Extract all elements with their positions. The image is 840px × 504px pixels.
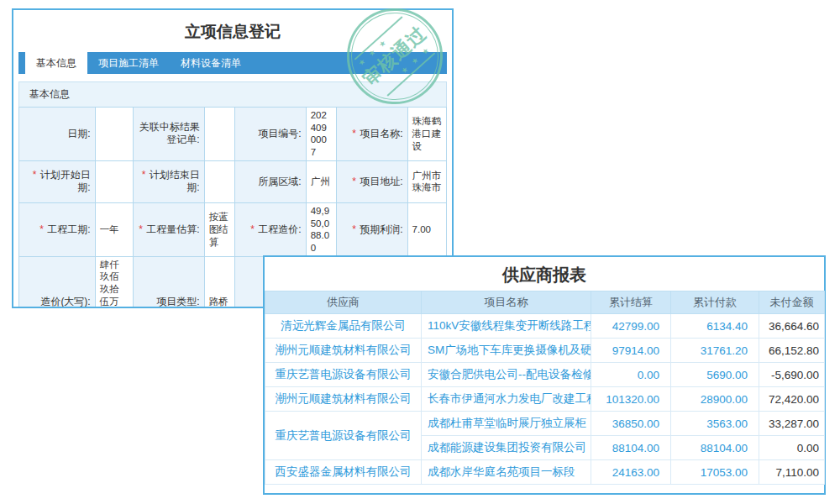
paid-amount[interactable]: 31761.20 [671, 339, 759, 363]
field-label: 造价(大写): [19, 256, 96, 308]
field-label: 日期: [19, 108, 96, 161]
field-value[interactable]: 按蓝图结算 [204, 202, 234, 256]
field-value[interactable] [204, 160, 234, 202]
field-value[interactable]: 广州市珠海市 [407, 160, 446, 202]
supplier-name-link[interactable]: 潮州元顺建筑材料有限公司 [265, 339, 422, 363]
settled-amount[interactable]: 97914.00 [591, 339, 671, 363]
supplier-name-link[interactable]: 西安盛器金属材料有限公司 [265, 460, 422, 485]
supplier-name-link[interactable]: 重庆艺普电源设备有限公司 [265, 412, 422, 460]
form-row: * 工程工期:一年* 工程量估算:按蓝图结算* 工程造价:49,950,088.… [19, 202, 447, 256]
settled-amount[interactable]: 88104.00 [591, 436, 671, 460]
column-header-项目名称: 项目名称 [422, 291, 591, 314]
unpaid-amount: 7,110.00 [759, 460, 825, 485]
unpaid-amount: 36,664.60 [759, 314, 825, 339]
settled-amount[interactable]: 24163.00 [591, 460, 671, 485]
field-label: * 计划开始日期: [19, 160, 96, 202]
registration-panel-title: 立项信息登记 [18, 15, 447, 52]
supplier-table-row: 清远光辉金属品有限公司110kV安徽线程集变开断线路工程42799.006134… [265, 314, 825, 339]
supplier-report-table: 供应商项目名称累计结算累计付款未付金额 清远光辉金属品有限公司110kV安徽线程… [265, 291, 825, 485]
tab-材料设备清单[interactable]: 材料设备清单 [170, 52, 252, 74]
tab-项目施工清单[interactable]: 项目施工清单 [87, 52, 170, 74]
supplier-table-row: 西安盛器金属材料有限公司成都水岸华庭名苑项目一标段24163.0017053.0… [265, 460, 825, 485]
field-value[interactable]: 7.00 [407, 202, 446, 256]
unpaid-amount: -5,690.00 [759, 363, 825, 387]
field-value[interactable] [204, 108, 234, 161]
unpaid-amount: 72,420.00 [759, 387, 825, 412]
settled-amount[interactable]: 101320.00 [591, 387, 671, 412]
field-value[interactable]: 珠海鹤港口建设 [407, 108, 446, 161]
field-label: * 工程工期: [19, 202, 96, 256]
supplier-table-row: 重庆艺普电源设备有限公司成都杜甫草堂临时展厅独立展柜36850.003563.0… [265, 412, 825, 436]
registration-tabbar: 基本信息项目施工清单材料设备清单 [18, 52, 447, 74]
field-label: 项目编号: [234, 108, 306, 161]
paid-amount[interactable]: 88104.00 [671, 436, 759, 460]
field-value[interactable]: 49,950,088.00 [306, 202, 336, 256]
field-label: * 计划结束日期: [134, 160, 205, 202]
field-value[interactable]: 路桥 [204, 256, 234, 308]
field-label: * 项目地址: [336, 160, 407, 202]
supplier-name-link[interactable]: 重庆艺普电源设备有限公司 [265, 363, 422, 387]
field-label: * 预期利润: [336, 202, 407, 256]
required-asterisk: * [139, 223, 145, 235]
column-header-累计结算: 累计结算 [591, 291, 671, 314]
settled-amount[interactable]: 0.00 [591, 363, 671, 387]
supplier-report-title: 供应商报表 [265, 257, 824, 291]
field-value[interactable] [95, 108, 133, 161]
field-label: 关联中标结果登记单: [134, 108, 205, 161]
unpaid-amount: 0.00 [759, 436, 825, 460]
settled-amount[interactable]: 42799.00 [591, 314, 671, 339]
field-label: 项目类型: [134, 256, 205, 308]
field-label: * 项目名称: [336, 108, 407, 161]
project-name-link[interactable]: 成都能源建设集团投资有限公司 [422, 436, 591, 460]
field-value[interactable]: 2024090007 [306, 108, 336, 161]
field-value[interactable] [95, 160, 133, 202]
paid-amount[interactable]: 5690.00 [671, 363, 759, 387]
unpaid-amount: 33,287.00 [759, 412, 825, 436]
settled-amount[interactable]: 36850.00 [591, 412, 671, 436]
supplier-report-panel: 供应商报表 供应商项目名称累计结算累计付款未付金额 清远光辉金属品有限公司110… [263, 255, 826, 495]
paid-amount[interactable]: 28900.00 [671, 387, 759, 412]
basic-info-section-header: 基本信息 [18, 81, 447, 107]
project-name-link[interactable]: 成都水岸华庭名苑项目一标段 [422, 460, 591, 485]
field-value[interactable]: 广州 [306, 160, 336, 202]
paid-amount[interactable]: 17053.00 [671, 460, 759, 485]
supplier-table-header-row: 供应商项目名称累计结算累计付款未付金额 [265, 291, 825, 314]
required-asterisk: * [33, 169, 39, 181]
field-label: * 工程量估算: [134, 202, 205, 256]
project-name-link[interactable]: 成都杜甫草堂临时展厅独立展柜 [422, 412, 591, 436]
supplier-name-link[interactable]: 潮州元顺建筑材料有限公司 [265, 387, 422, 412]
tab-基本信息[interactable]: 基本信息 [25, 52, 87, 74]
paid-amount[interactable]: 6134.40 [671, 314, 759, 339]
required-asterisk: * [142, 169, 149, 181]
unpaid-amount: 66,152.80 [759, 339, 825, 363]
supplier-table-row: 重庆艺普电源设备有限公司安徽合肥供电公司--配电设备检修0.005690.00-… [265, 363, 825, 387]
supplier-table-row: 潮州元顺建筑材料有限公司长春市伊通河水力发电厂改建工程101320.002890… [265, 387, 825, 412]
required-asterisk: * [250, 223, 257, 235]
required-asterisk: * [352, 223, 359, 235]
form-row: 日期:关联中标结果登记单:项目编号:2024090007* 项目名称:珠海鹤港口… [19, 108, 447, 161]
field-value[interactable]: 一年 [95, 202, 133, 256]
project-name-link[interactable]: 安徽合肥供电公司--配电设备检修 [422, 363, 591, 387]
supplier-table-body: 清远光辉金属品有限公司110kV安徽线程集变开断线路工程42799.006134… [265, 314, 825, 485]
field-label: * 工程造价: [234, 202, 306, 256]
required-asterisk: * [352, 176, 359, 187]
field-value[interactable]: 肆仟玖佰玖拾伍万零捌拾捌元整 [95, 256, 133, 308]
form-row: * 计划开始日期:* 计划结束日期:所属区域:广州* 项目地址:广州市珠海市 [19, 160, 447, 202]
required-asterisk: * [352, 128, 359, 139]
supplier-name-link[interactable]: 清远光辉金属品有限公司 [265, 314, 422, 339]
project-name-link[interactable]: SM广场地下车库更换摄像机及硬盘 [422, 339, 591, 363]
required-asterisk: * [39, 223, 46, 235]
project-name-link[interactable]: 110kV安徽线程集变开断线路工程 [422, 314, 591, 339]
project-name-link[interactable]: 长春市伊通河水力发电厂改建工程 [422, 387, 591, 412]
column-header-累计付款: 累计付款 [671, 291, 759, 314]
supplier-table-row: 潮州元顺建筑材料有限公司SM广场地下车库更换摄像机及硬盘97914.003176… [265, 339, 825, 363]
field-label: 所属区域: [234, 160, 306, 202]
column-header-未付金额: 未付金额 [759, 291, 825, 314]
paid-amount[interactable]: 3563.00 [671, 412, 759, 436]
column-header-供应商: 供应商 [265, 291, 422, 314]
